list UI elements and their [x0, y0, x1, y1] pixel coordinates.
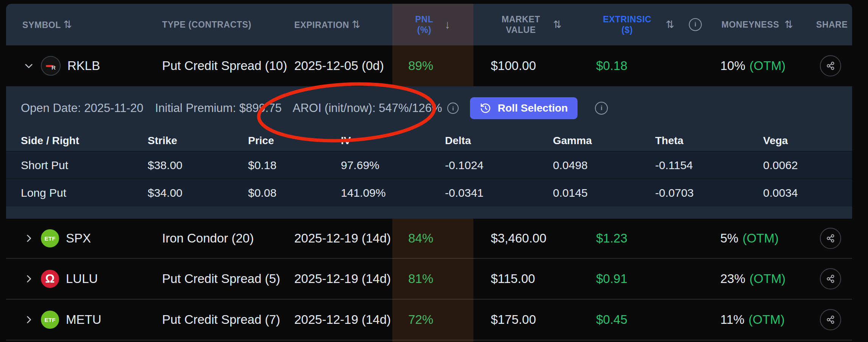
- table-row[interactable]: R RKLB Put Credit Spread (10) 2025-12-05…: [6, 45, 852, 86]
- column-header-extrinsic[interactable]: EXTRINSIC($) ⇅ i: [590, 14, 714, 35]
- market-value-header-label: MARKETVALUE: [501, 14, 540, 35]
- sort-icon[interactable]: ⇅: [64, 19, 72, 30]
- positions-screen: SYMBOL ⇅ TYPE (CONTRACTS) EXPIRATION ⇅ P…: [0, 0, 868, 342]
- type-cell: Put Credit Spread (10): [155, 59, 288, 73]
- extrinsic-cell: $0.91: [590, 272, 714, 286]
- sort-icon[interactable]: ⇅: [784, 19, 793, 31]
- leg-theta: -0.0703: [655, 187, 763, 199]
- etf-badge: ETF: [41, 229, 59, 247]
- leg-theta: -0.1154: [655, 159, 763, 172]
- extrinsic-cell: $1.23: [590, 231, 714, 246]
- share-button[interactable]: [820, 309, 841, 330]
- leg-side: Long Put: [21, 187, 148, 199]
- symbol-label: LULU: [66, 272, 98, 286]
- leg-price: $0.18: [248, 159, 341, 172]
- greek-leg-row: Short Put $38.00 $0.18 97.69% -0.1024 0.…: [6, 151, 852, 179]
- otm-tag: (OTM): [749, 312, 785, 327]
- pnl-cell: 81%: [392, 272, 473, 286]
- column-header-type: TYPE (CONTRACTS): [155, 20, 288, 30]
- column-header-pnl[interactable]: PNL(%) ↓: [392, 14, 473, 35]
- column-header-market-value[interactable]: MARKETVALUE ⇅: [473, 14, 590, 35]
- moneyness-cell: 23%(OTM): [714, 272, 809, 286]
- sort-icon[interactable]: ⇅: [553, 19, 562, 31]
- greek-leg-row: Long Put $34.00 $0.08 141.09% -0.0341 0.…: [6, 179, 852, 207]
- market-value-cell: $115.00: [473, 272, 590, 286]
- column-header-share: SHARE: [809, 20, 852, 30]
- share-icon: [825, 273, 836, 284]
- history-icon: [480, 103, 491, 114]
- chevron-right-icon[interactable]: [23, 233, 34, 244]
- market-value-cell: $175.00: [473, 312, 590, 327]
- info-icon[interactable]: i: [689, 18, 702, 31]
- chevron-right-icon[interactable]: [23, 314, 34, 325]
- leg-vega: 0.0062: [763, 159, 852, 172]
- leg-gamma: 0.0498: [553, 159, 655, 172]
- extrinsic-header-label: EXTRINSIC($): [603, 14, 651, 35]
- lulu-logo: Ω: [41, 270, 59, 288]
- chevron-right-icon[interactable]: [23, 274, 34, 284]
- pnl-header-label: PNL(%): [415, 14, 433, 35]
- symbol-label: METU: [66, 312, 101, 327]
- market-value-cell: $3,460.00: [473, 231, 590, 246]
- moneyness-header-label: MONEYNESS: [721, 20, 779, 30]
- share-button[interactable]: [820, 228, 841, 249]
- initial-premium: Initial Premium: $899.75: [155, 101, 281, 115]
- aroi-value: AROI (init/now): 547%/126%: [293, 101, 442, 115]
- info-icon[interactable]: i: [447, 103, 459, 114]
- expiration-cell: 2025-12-19 (14d): [288, 312, 392, 327]
- leg-gamma: 0.0145: [553, 187, 655, 199]
- info-icon[interactable]: i: [595, 102, 608, 115]
- share-icon: [825, 60, 836, 72]
- roll-selection-button[interactable]: Roll Selection: [470, 97, 578, 119]
- symbol-label: RKLB: [67, 59, 100, 73]
- type-cell: Iron Condor (20): [155, 231, 288, 246]
- type-cell: Put Credit Spread (7): [155, 312, 288, 327]
- sort-desc-icon[interactable]: ↓: [445, 18, 451, 31]
- expiration-cell: 2025-12-05 (0d): [288, 59, 392, 73]
- pnl-cell: 89%: [392, 59, 473, 73]
- sort-icon[interactable]: ⇅: [666, 19, 674, 31]
- table-row[interactable]: ETF SPX Iron Condor (20) 2025-12-19 (14d…: [6, 219, 852, 258]
- leg-delta: -0.0341: [445, 187, 553, 199]
- table-row[interactable]: ETF METU Put Credit Spread (7) 2025-12-1…: [6, 300, 852, 340]
- leg-price: $0.08: [248, 187, 341, 199]
- leg-delta: -0.1024: [445, 159, 553, 172]
- table-header: SYMBOL ⇅ TYPE (CONTRACTS) EXPIRATION ⇅ P…: [6, 4, 852, 45]
- share-icon: [825, 314, 836, 325]
- expiration-header-label: EXPIRATION: [294, 20, 349, 30]
- open-date: Open Date: 2025-11-20: [21, 101, 143, 115]
- share-button[interactable]: [820, 268, 841, 289]
- leg-iv: 141.09%: [341, 187, 445, 199]
- leg-vega: 0.0034: [763, 187, 852, 199]
- expiration-cell: 2025-12-19 (14d): [288, 231, 392, 246]
- column-header-expiration[interactable]: EXPIRATION ⇅: [288, 19, 392, 31]
- extrinsic-cell: $0.45: [590, 312, 714, 327]
- expiration-cell: 2025-12-19 (14d): [288, 272, 392, 286]
- positions-table: SYMBOL ⇅ TYPE (CONTRACTS) EXPIRATION ⇅ P…: [6, 4, 852, 342]
- greeks-header-row: Side / Right Strike Price IV Delta Gamma…: [6, 130, 852, 151]
- chevron-down-icon[interactable]: [23, 61, 34, 71]
- symbol-header-label: SYMBOL: [22, 20, 61, 30]
- column-header-moneyness[interactable]: MONEYNESS ⇅: [714, 19, 809, 31]
- extrinsic-cell: $0.18: [590, 59, 714, 73]
- leg-strike: $38.00: [148, 159, 248, 172]
- otm-tag: (OTM): [743, 231, 779, 246]
- bottom-strip: [6, 340, 852, 342]
- otm-tag: (OTM): [749, 272, 785, 286]
- sort-icon[interactable]: ⇅: [352, 19, 361, 30]
- leg-strike: $34.00: [148, 187, 248, 199]
- share-icon: [825, 233, 836, 244]
- rklb-logo: R: [41, 56, 61, 76]
- etf-badge: ETF: [41, 311, 59, 329]
- detail-summary-row: Open Date: 2025-11-20 Initial Premium: $…: [6, 86, 852, 130]
- share-button[interactable]: [820, 55, 841, 76]
- otm-tag: (OTM): [749, 59, 785, 73]
- type-cell: Put Credit Spread (5): [155, 272, 288, 286]
- moneyness-cell: 11%(OTM): [714, 312, 809, 327]
- table-row[interactable]: Ω LULU Put Credit Spread (5) 2025-12-19 …: [6, 259, 852, 299]
- leg-side: Short Put: [21, 159, 148, 172]
- pnl-cell: 72%: [392, 312, 473, 327]
- column-header-symbol[interactable]: SYMBOL ⇅: [6, 19, 155, 31]
- moneyness-cell: 5%(OTM): [714, 231, 809, 246]
- pnl-cell: 84%: [392, 231, 473, 246]
